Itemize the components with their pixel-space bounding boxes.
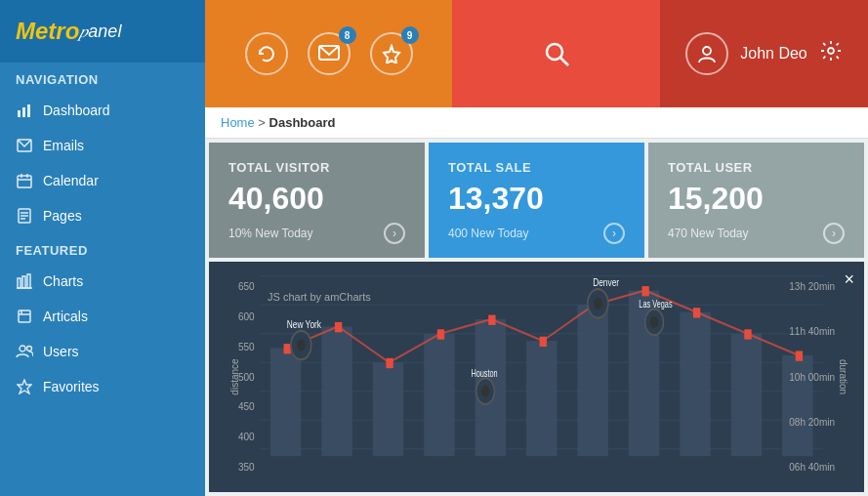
topbar: 8 9 John Deo xyxy=(205,0,868,107)
svg-rect-43 xyxy=(731,334,762,456)
sidebar-item-dashboard[interactable]: Dashboard xyxy=(0,93,205,128)
chart-title: JS chart by amCharts xyxy=(268,291,371,303)
sidebar-item-favorites[interactable]: Favorites xyxy=(0,369,205,404)
pages-icon xyxy=(16,207,33,225)
svg-rect-36 xyxy=(373,362,403,456)
sidebar-item-users[interactable]: Users xyxy=(0,334,205,369)
sidebar-item-articles[interactable]: Articals xyxy=(0,299,205,334)
featured-section-title: Featured xyxy=(0,233,205,264)
svg-rect-0 xyxy=(18,110,21,117)
refresh-icon-btn[interactable] xyxy=(245,32,288,75)
breadcrumb-separator: > xyxy=(258,115,269,130)
alerts-badge-container[interactable]: 9 xyxy=(370,32,413,75)
users-icon xyxy=(16,343,33,360)
nav-section-title: Navigation xyxy=(0,62,205,93)
user-name: John Deo xyxy=(740,45,807,62)
sidebar-item-pages-label: Pages xyxy=(43,208,82,224)
sidebar-item-emails[interactable]: Emails xyxy=(0,128,205,163)
topbar-notifications: 8 9 xyxy=(205,0,452,107)
svg-rect-14 xyxy=(27,274,30,288)
svg-point-20 xyxy=(27,347,32,351)
svg-point-66 xyxy=(481,386,489,397)
sidebar-item-charts[interactable]: Charts xyxy=(0,264,205,299)
alerts-badge: 9 xyxy=(401,26,419,44)
star-icon xyxy=(16,378,33,395)
stat-users-sub: 470 New Today › xyxy=(668,223,845,244)
stat-visitors-sub: 10% New Today › xyxy=(228,223,405,244)
logo-panel: 𝑝anel xyxy=(79,21,121,42)
stat-visitors-arrow[interactable]: › xyxy=(384,223,405,244)
stat-users-value: 15,200 xyxy=(668,181,845,217)
edit-icon xyxy=(16,308,33,325)
y-right-label: duration xyxy=(837,359,847,394)
nav-menu: Dashboard Emails Calendar Pages xyxy=(0,93,205,233)
svg-rect-12 xyxy=(18,278,21,288)
svg-rect-34 xyxy=(270,349,301,457)
stat-sales-sub-text: 400 New Today xyxy=(448,227,529,240)
stat-users-label: TOTAL USER xyxy=(668,160,845,175)
svg-point-23 xyxy=(547,44,562,60)
svg-point-57 xyxy=(297,340,305,351)
sidebar-item-pages[interactable]: Pages xyxy=(0,198,205,233)
topbar-user: John Deo xyxy=(660,0,868,107)
svg-line-24 xyxy=(560,58,568,65)
stat-users-arrow[interactable]: › xyxy=(823,223,845,244)
stat-sales-label: TOTAL SALE xyxy=(448,160,625,175)
settings-icon[interactable] xyxy=(819,39,843,68)
stat-users: TOTAL USER 15,200 470 New Today › xyxy=(648,143,864,258)
sidebar-item-articles-label: Articals xyxy=(43,309,88,324)
svg-text:Houston: Houston xyxy=(471,368,497,380)
charts-icon xyxy=(16,272,33,290)
svg-text:New York: New York xyxy=(287,317,322,330)
svg-rect-16 xyxy=(19,310,30,322)
stat-visitors-value: 40,600 xyxy=(228,181,405,217)
svg-rect-37 xyxy=(424,334,454,456)
svg-rect-13 xyxy=(22,276,25,288)
chart-area: × JS chart by amCharts distance duration… xyxy=(209,262,864,492)
stat-sales-arrow[interactable]: › xyxy=(603,223,625,244)
svg-point-25 xyxy=(703,47,711,55)
logo-area: Metro 𝑝anel xyxy=(0,0,205,62)
chart-close-button[interactable]: × xyxy=(844,269,854,290)
logo-metro: Metro xyxy=(16,18,79,45)
messages-badge-container[interactable]: 8 xyxy=(308,32,351,75)
svg-rect-4 xyxy=(18,176,31,187)
sidebar-item-users-label: Users xyxy=(43,344,79,359)
topbar-search[interactable] xyxy=(452,0,660,107)
svg-point-26 xyxy=(828,48,834,54)
breadcrumb: Home > Dashboard xyxy=(205,107,868,139)
svg-rect-39 xyxy=(526,341,557,456)
bar-chart-icon xyxy=(16,102,33,119)
stat-sales: TOTAL SALE 13,370 400 New Today › xyxy=(429,143,644,258)
svg-rect-1 xyxy=(22,107,25,117)
sidebar-item-calendar[interactable]: Calendar xyxy=(0,163,205,198)
svg-rect-42 xyxy=(680,312,710,457)
featured-menu: Charts Articals Users Favorites xyxy=(0,264,205,404)
y-axis-labels-left: 350 400 450 500 550 600 650 xyxy=(238,281,255,473)
svg-point-19 xyxy=(20,346,25,351)
sidebar-item-emails-label: Emails xyxy=(43,138,84,153)
svg-text:Denver: Denver xyxy=(593,276,619,289)
svg-text:Las Vegas: Las Vegas xyxy=(639,299,673,310)
stat-visitors-sub-text: 10% New Today xyxy=(228,227,313,240)
calendar-icon xyxy=(16,172,33,189)
stat-sales-value: 13,370 xyxy=(448,181,625,217)
stat-sales-sub: 400 New Today › xyxy=(448,223,625,244)
sidebar-item-charts-label: Charts xyxy=(43,273,83,289)
svg-rect-35 xyxy=(321,326,351,456)
stat-users-sub-text: 470 New Today xyxy=(668,227,749,240)
sidebar-item-dashboard-label: Dashboard xyxy=(43,103,110,118)
sidebar-item-calendar-label: Calendar xyxy=(43,173,99,188)
svg-point-63 xyxy=(650,316,658,328)
stats-row: TOTAL VISITOR 40,600 10% New Today › TOT… xyxy=(205,139,868,262)
svg-rect-40 xyxy=(577,305,607,456)
sidebar: Metro 𝑝anel Navigation Dashboard Emails … xyxy=(0,0,205,496)
messages-badge: 8 xyxy=(339,26,356,44)
breadcrumb-home[interactable]: Home xyxy=(221,115,255,130)
stat-visitors: TOTAL VISITOR 40,600 10% New Today › xyxy=(209,143,425,258)
svg-marker-21 xyxy=(18,380,31,393)
user-avatar xyxy=(685,32,728,75)
y-axis-labels-right: 06h 40min 08h 20min 10h 00min 11h 40min … xyxy=(789,281,835,473)
email-icon xyxy=(16,137,33,154)
main-content: 8 9 John Deo Home > Dashboard xyxy=(205,0,868,496)
